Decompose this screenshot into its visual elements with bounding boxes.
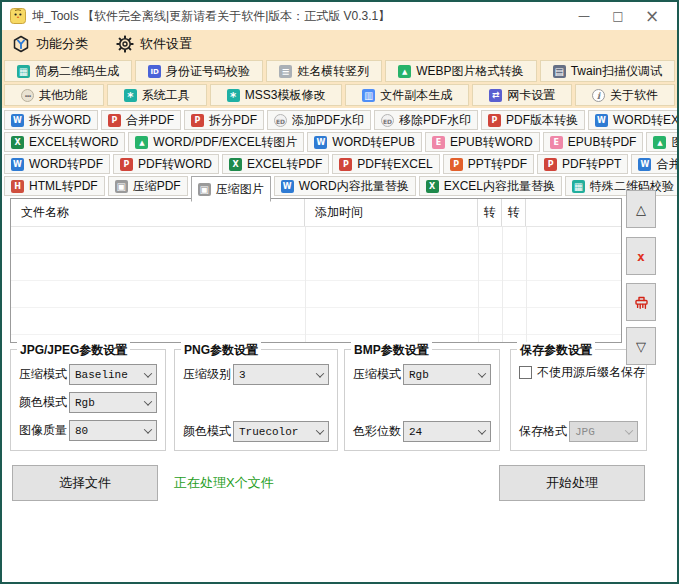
btn-split-word[interactable]: 拆分WORD [4,110,98,130]
btn-split-pdf[interactable]: 拆分PDF [184,110,264,130]
btn-about-software[interactable]: 关于软件 [575,84,675,106]
bmp-param-group: BMP参数设置 压缩模式 Rgb 色彩位数 24 [344,349,500,451]
button-label: MSS3模板修改 [245,87,326,104]
toolbar-row-3: 拆分WORD 合并PDF 拆分PDF 添加PDF水印 移除PDF水印 PDF版本… [4,108,675,130]
btn-id-number-verify[interactable]: 身份证号码校验 [135,60,263,82]
btn-twain-scanner-debug[interactable]: Twain扫描仪调试 [540,60,675,82]
jpg-compress-mode-select[interactable]: Baseline [69,364,157,385]
excel-icon [426,180,439,193]
pdf-icon [488,114,501,127]
btn-image-to-pdf[interactable]: 图片转PDF [646,132,679,152]
btn-html-to-pdf[interactable]: HTML转PDF [4,176,105,196]
btn-pdf-to-excel[interactable]: PDF转EXCEL [332,154,439,174]
text-rotate-icon [279,65,292,78]
btn-compress-image-active-tab[interactable]: 压缩图片 [191,176,271,202]
btn-word-pdf-excel-to-image[interactable]: WORD/PDF/EXCEL转图片 [128,132,304,152]
toolbar-row-2: 其他功能 系统工具 MSS3模板修改 文件副本生成 网卡设置 关于软件 [4,82,675,106]
move-down-button[interactable]: ▽ [626,327,656,365]
btn-mss3-template-edit[interactable]: MSS3模板修改 [210,84,343,106]
start-processing-button[interactable]: 开始处理 [499,465,645,501]
group-title: JPG/JPEG参数设置 [17,342,130,359]
column-header-convert-1[interactable]: 转 [478,199,502,226]
btn-merge-word[interactable]: 合并WORD [631,154,679,174]
combo-value: 24 [409,426,422,438]
watermark-icon [381,114,394,127]
btn-compress-pdf[interactable]: 压缩PDF [108,176,188,196]
button-label: 合并PDF [126,112,174,129]
btn-merge-pdf[interactable]: 合并PDF [101,110,181,130]
jpg-color-mode-select[interactable]: Rgb [69,392,157,413]
move-up-button[interactable]: △ [626,190,656,228]
button-label: 图片转PDF [671,134,679,151]
btn-remove-pdf-watermark[interactable]: 移除PDF水印 [374,110,478,130]
btn-word-content-batch-replace[interactable]: WORD内容批量替换 [274,176,416,196]
button-label: 合并WORD [656,156,679,173]
png-color-mode-select[interactable]: Truecolor [233,421,329,442]
bmp-compress-mode-select[interactable]: Rgb [403,364,491,385]
no-source-extension-checkbox[interactable]: 不使用源后缀名保存 [519,364,638,381]
compress-icon [198,183,211,196]
close-button[interactable]: × [635,4,669,28]
btn-special-qr-verify[interactable]: 特殊二维码校验 [565,176,679,196]
btn-file-copy-generate[interactable]: 文件副本生成 [345,84,469,106]
checkbox-icon [519,366,532,379]
btn-pdf-to-ppt[interactable]: PDF转PPT [537,154,628,174]
button-label: WORD内容批量替换 [299,178,409,195]
btn-excel-to-pdf[interactable]: EXCEL转PDF [222,154,329,174]
btn-name-horizontal-to-vertical[interactable]: 姓名横转竖列 [266,60,382,82]
btn-webp-format-convert[interactable]: WEBP图片格式转换 [385,60,536,82]
scanner-icon [553,65,566,78]
toolbar-white-section: 拆分WORD 合并PDF 拆分PDF 添加PDF水印 移除PDF水印 PDF版本… [2,108,677,196]
column-divider [526,227,527,342]
group-title: 保存参数设置 [517,342,595,359]
network-icon [489,89,502,102]
btn-pdf-version-convert[interactable]: PDF版本转换 [481,110,585,130]
clear-list-button[interactable] [626,283,656,321]
column-divider [502,227,503,342]
button-label: 压缩图片 [216,181,264,198]
btn-epub-to-word[interactable]: EPUB转WORD [425,132,540,152]
button-label: PPT转PDF [468,156,527,173]
maximize-button[interactable]: □ [601,4,635,28]
checkbox-label: 不使用源后缀名保存 [537,364,645,381]
excel-icon [229,158,242,171]
column-header-convert-2[interactable]: 转 [502,199,526,226]
btn-ppt-to-pdf[interactable]: PPT转PDF [443,154,534,174]
btn-epub-to-pdf[interactable]: EPUB转PDF [543,132,644,152]
button-label: 拆分WORD [29,112,91,129]
bmp-color-depth-select[interactable]: 24 [403,421,491,442]
word-icon [314,136,327,149]
btn-excel-to-word[interactable]: EXCEL转WORD [4,132,125,152]
select-files-button[interactable]: 选择文件 [12,465,158,501]
word-icon [11,158,24,171]
column-header-filename[interactable]: 文件名称 [11,199,305,226]
btn-other-functions[interactable]: 其他功能 [4,84,104,106]
btn-system-tools[interactable]: 系统工具 [107,84,207,106]
jpg-quality-select[interactable]: 80 [69,420,157,441]
btn-add-pdf-watermark[interactable]: 添加PDF水印 [267,110,371,130]
chevron-down-icon [625,426,633,434]
menu-software-settings[interactable]: 软件设置 [116,35,192,53]
btn-word-to-epub[interactable]: WORD转EPUB [307,132,422,152]
menu-bar: 功能分类 软件设置 [2,30,677,58]
btn-network-card-settings[interactable]: 网卡设置 [472,84,572,106]
btn-pdf-to-word[interactable]: PDF转WORD [113,154,219,174]
btn-word-to-excel[interactable]: WORD转EXCEL [588,110,679,130]
column-divider [478,227,479,342]
save-format-select: JPG [569,421,638,442]
png-compress-level-select[interactable]: 3 [233,364,329,385]
file-list-area[interactable] [11,227,621,342]
app-window: 坤_Tools 【软件完全离线|更新请看关于软件|版本：正式版 V0.3.1】 … [0,0,679,584]
menu-function-category[interactable]: 功能分类 [12,35,88,53]
combo-value: 3 [239,369,246,381]
more-functions-icon [21,89,34,102]
btn-word-to-pdf[interactable]: WORD转PDF [4,154,110,174]
word-icon [595,114,608,127]
minimize-button[interactable]: — [567,4,601,28]
remove-file-button[interactable]: x [626,237,656,275]
btn-excel-content-batch-replace[interactable]: EXCEL内容批量替换 [419,176,562,196]
column-header-add-time[interactable]: 添加时间 [305,199,478,226]
btn-simple-qr-generate[interactable]: 简易二维码生成 [4,60,132,82]
combo-value: 80 [75,425,88,437]
combo-value: Rgb [409,369,429,381]
